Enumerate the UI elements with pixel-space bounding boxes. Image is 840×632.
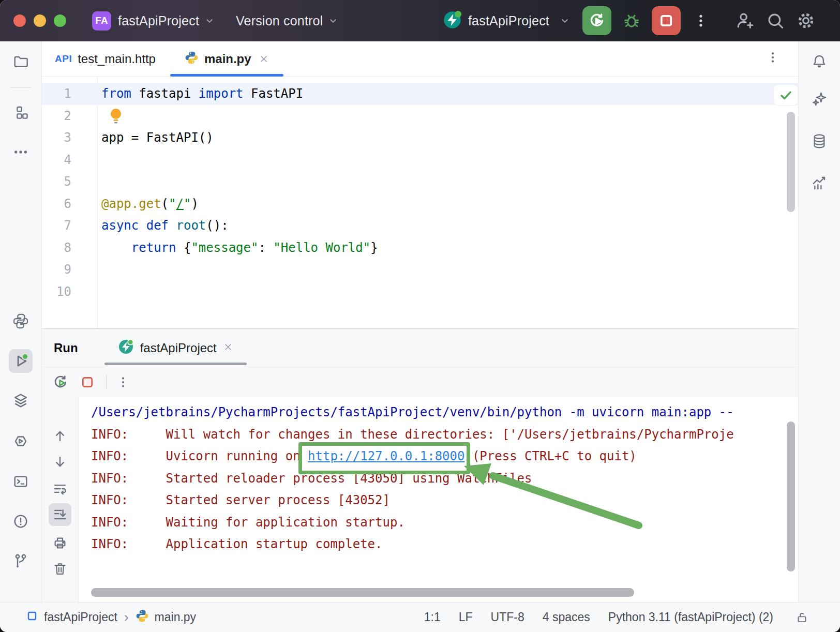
debug-button[interactable] [621, 10, 642, 31]
chevron-down-icon [204, 15, 215, 26]
stop-icon[interactable] [76, 371, 99, 394]
services-icon[interactable] [9, 388, 33, 412]
project-folder-icon[interactable] [9, 50, 33, 73]
code-line[interactable]: 10 [42, 281, 798, 303]
no-problems-check-icon [779, 88, 793, 102]
toolbar-divider [106, 375, 107, 389]
next-occurrence-down-icon[interactable] [49, 450, 71, 473]
editor-tab-bar: API test_main.http main.py [42, 41, 798, 77]
code-editor[interactable]: 1from fastapi import FastAPI23app = Fast… [42, 77, 798, 328]
console-horizontal-scrollbar[interactable] [91, 588, 634, 597]
rerun-button[interactable] [582, 6, 611, 35]
line-separator-widget[interactable]: LF [459, 610, 473, 624]
unlocked-icon[interactable] [796, 611, 809, 624]
run-tool-window-icon[interactable] [9, 349, 33, 373]
run-panel-title: Run [54, 341, 78, 355]
run-console-toolbar [42, 367, 798, 397]
line-number: 1 [42, 83, 97, 105]
notifications-bell-icon[interactable] [807, 50, 831, 73]
run-panel-header: Run fastApiProject [42, 329, 798, 367]
console-line: INFO: Waiting for application startup. [79, 511, 798, 534]
ai-assistant-sparkles-icon[interactable] [807, 87, 831, 111]
console-line: INFO: Started server process [43052] [79, 489, 798, 511]
more-tool-windows-icon[interactable] [9, 140, 33, 164]
caret-position-widget[interactable]: 1:1 [424, 610, 441, 624]
console-url-link[interactable]: http://127.0.0.1:8000 [308, 449, 464, 463]
python-file-icon [185, 51, 199, 67]
database-icon[interactable] [807, 129, 831, 153]
version-control-icon[interactable] [9, 549, 33, 573]
print-icon[interactable] [49, 532, 71, 554]
code-line[interactable]: 1from fastapi import FastAPI [42, 83, 798, 105]
run-configuration-selector[interactable]: fastApiProject [443, 10, 571, 32]
breadcrumb-file[interactable]: main.py [155, 610, 197, 624]
structure-icon[interactable] [9, 101, 33, 125]
breadcrumb-project[interactable]: fastApiProject [44, 610, 117, 624]
encoding-widget[interactable]: UTF-8 [491, 610, 524, 624]
project-widget-icon [26, 610, 38, 625]
clear-all-trash-icon[interactable] [49, 558, 71, 580]
version-control-menu[interactable]: Version control [236, 13, 323, 28]
minimize-window-button[interactable] [34, 14, 46, 27]
search-everywhere-icon[interactable] [765, 10, 786, 31]
code-line[interactable]: 8 return {"message": "Hello World"} [42, 237, 798, 259]
inspections-widget[interactable] [774, 85, 798, 106]
python-console-icon[interactable] [9, 429, 33, 453]
terminal-icon[interactable] [9, 470, 33, 493]
run-console-body: /Users/jetbrains/PycharmProjects/fastApi… [42, 397, 798, 602]
close-run-tab-icon[interactable] [223, 342, 233, 354]
line-number: 10 [42, 281, 97, 303]
line-number: 5 [42, 171, 97, 193]
breadcrumb-chevron: › [124, 609, 129, 625]
project-name-menu[interactable]: fastApiProject [118, 13, 199, 28]
status-bar: fastApiProject › main.py 1:1 LF UTF-8 4 … [0, 602, 840, 632]
prev-occurrence-up-icon[interactable] [49, 425, 71, 447]
console-vertical-scrollbar[interactable] [787, 422, 795, 571]
run-config-name: fastApiProject [468, 13, 549, 28]
tab-main-py[interactable]: main.py [170, 41, 283, 76]
problems-icon[interactable] [9, 509, 33, 533]
right-tool-strip [798, 41, 840, 602]
close-tab-icon[interactable] [259, 54, 269, 64]
more-options-kebab-icon[interactable] [691, 10, 711, 31]
console-line: INFO: Application startup complete. [79, 533, 798, 555]
line-number: 9 [42, 259, 97, 281]
tab-label: test_main.http [78, 52, 156, 66]
code-line[interactable]: 4 [42, 149, 798, 171]
line-number: 8 [42, 237, 97, 259]
zoom-window-button[interactable] [54, 14, 66, 27]
plots-chart-icon[interactable] [807, 171, 831, 194]
project-badge[interactable]: FA [92, 11, 111, 31]
title-bar: FA fastApiProject Version control fastAp… [0, 0, 840, 41]
code-line[interactable]: 3app = FastAPI() [42, 127, 798, 149]
tab-options-kebab-icon[interactable] [766, 51, 779, 66]
run-tab-fastapiproject[interactable]: fastApiProject [103, 329, 248, 367]
close-window-button[interactable] [13, 14, 26, 27]
indent-widget[interactable]: 4 spaces [543, 610, 590, 624]
fastapi-logo-icon [443, 10, 462, 32]
rerun-icon[interactable] [49, 371, 72, 394]
left-tool-strip [0, 41, 42, 602]
code-line[interactable]: 7async def root(): [42, 215, 798, 237]
tab-test-main-http[interactable]: API test_main.http [55, 41, 170, 76]
scroll-to-end-icon[interactable] [49, 503, 71, 526]
code-line[interactable]: 6@app.get("/") [42, 193, 798, 215]
python-packages-icon[interactable] [9, 309, 33, 333]
line-number: 4 [42, 149, 97, 171]
interpreter-widget[interactable]: Python 3.11 (fastApiProject) (2) [608, 610, 773, 624]
console-side-toolbar [42, 397, 79, 602]
stop-button[interactable] [652, 6, 681, 35]
code-with-me-add-user-icon[interactable] [734, 10, 755, 31]
code-line[interactable]: 2 [42, 105, 798, 127]
chevron-down-icon [559, 15, 571, 26]
settings-gear-icon[interactable] [796, 10, 816, 31]
console-options-kebab-icon[interactable] [112, 371, 134, 394]
console-output[interactable]: /Users/jetbrains/PycharmProjects/fastApi… [79, 397, 798, 602]
line-number: 6 [42, 193, 97, 215]
editor-scrollbar[interactable] [787, 112, 795, 212]
code-line[interactable]: 5 [42, 171, 798, 193]
intention-lightbulb-icon[interactable] [108, 107, 124, 129]
code-line[interactable]: 9 [42, 259, 798, 281]
soft-wrap-icon[interactable] [49, 477, 71, 500]
console-line: INFO: Will watch for changes in these di… [79, 424, 798, 446]
